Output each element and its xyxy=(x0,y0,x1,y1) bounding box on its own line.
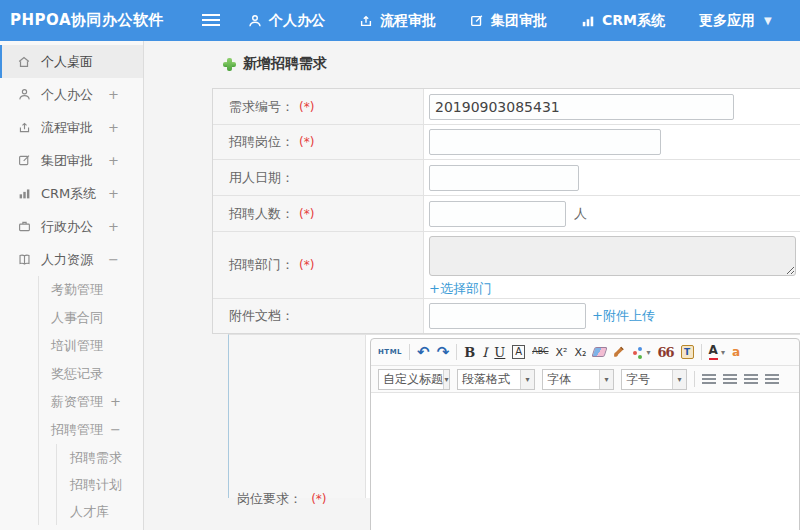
required-marker: (*) xyxy=(311,492,326,506)
field-label: 附件文档： xyxy=(213,299,424,333)
bar-chart-icon xyxy=(581,14,595,28)
sidebar-item-admin-office[interactable]: 行政办公 + xyxy=(0,210,143,243)
nav-group-approval[interactable]: 集团审批 xyxy=(470,12,547,30)
underline-button[interactable]: U xyxy=(494,346,505,359)
sidebar-item-salary[interactable]: 薪资管理 + xyxy=(39,388,143,416)
superscript-button[interactable]: X² xyxy=(556,347,568,358)
add-plus-icon xyxy=(223,58,236,71)
align-left-icon[interactable] xyxy=(702,374,716,385)
italic-button[interactable]: I xyxy=(482,346,487,359)
collapse-icon[interactable]: − xyxy=(108,243,119,276)
custom-heading-select[interactable]: 自定义标题▾ xyxy=(378,369,450,390)
hire-date-input[interactable] xyxy=(429,165,579,191)
hr-submenu: 考勤管理 人事合同 培训管理 奖惩记录 薪资管理 + 招聘管理 − 招聘需求 招… xyxy=(38,276,143,525)
main-content: 新增招聘需求 需求编号： (*) 招聘岗位： (*) xyxy=(145,41,800,530)
align-center-icon[interactable] xyxy=(723,374,737,385)
field-label: 招聘岗位： (*) xyxy=(213,125,424,159)
sidebar-item-personal-desktop[interactable]: 个人桌面 xyxy=(0,45,143,78)
toolbar-separator xyxy=(701,344,702,360)
nav-crm-system[interactable]: CRM系统 xyxy=(581,12,665,30)
demand-number-input[interactable] xyxy=(429,94,734,120)
field-label: 岗位要求： (*) xyxy=(229,335,366,498)
editor-content-area[interactable] xyxy=(371,393,799,530)
rich-text-editor: HTML ↶ ↷ B I U A ABC X² X₂ xyxy=(370,338,800,530)
paste-icon[interactable]: T xyxy=(681,345,694,359)
expand-icon[interactable]: + xyxy=(110,388,121,416)
align-justify-icon[interactable] xyxy=(765,374,779,385)
sidebar-item-reward-punishment[interactable]: 奖惩记录 xyxy=(39,360,143,388)
edit-icon xyxy=(16,154,32,167)
html-source-button[interactable]: HTML xyxy=(378,349,402,356)
caret-down-icon: ▼ xyxy=(764,15,772,26)
edit-icon xyxy=(470,14,484,28)
paragraph-format-select[interactable]: 段落格式▾ xyxy=(457,369,535,390)
user-icon xyxy=(16,88,32,101)
toolbar-separator xyxy=(694,371,695,387)
caret-down-icon: ▾ xyxy=(520,370,534,389)
sidebar-item-recruit-demand[interactable]: 招聘需求 xyxy=(57,444,143,471)
sidebar-item-recruit-plan[interactable]: 招聘计划 xyxy=(57,471,143,498)
editor-toolbar-row1: HTML ↶ ↷ B I U A ABC X² X₂ xyxy=(371,339,799,366)
expand-icon[interactable]: + xyxy=(108,111,119,144)
caret-down-icon: ▾ xyxy=(599,370,613,389)
sidebar-item-recruit-management[interactable]: 招聘管理 − xyxy=(39,416,143,444)
position-input[interactable] xyxy=(429,129,661,155)
bg-color-icon[interactable]: a xyxy=(732,346,740,358)
strikethrough-button[interactable]: ABC xyxy=(532,348,548,356)
nav-more-apps[interactable]: 更多应用 ▼ xyxy=(699,12,772,30)
blockquote-button[interactable]: 66 xyxy=(658,346,674,359)
nav-personal-office[interactable]: 个人办公 xyxy=(248,12,325,30)
align-right-icon[interactable] xyxy=(744,374,758,385)
sidebar-item-group-approval[interactable]: 集团审批 + xyxy=(0,144,143,177)
headcount-input[interactable] xyxy=(429,201,566,227)
caret-down-icon: ▾ xyxy=(646,348,650,357)
sidebar-item-workflow-approval[interactable]: 流程审批 + xyxy=(0,111,143,144)
subscript-button[interactable]: X₂ xyxy=(575,347,587,358)
bar-chart-icon xyxy=(16,187,32,200)
required-marker: (*) xyxy=(299,207,314,221)
font-size-select[interactable]: 字号▾ xyxy=(621,369,687,390)
nav-workflow-approval[interactable]: 流程审批 xyxy=(359,12,436,30)
page-title: 新增招聘需求 xyxy=(223,55,800,73)
sidebar-item-personnel-contract[interactable]: 人事合同 xyxy=(39,304,143,332)
sidebar-item-talent-pool[interactable]: 人才库 xyxy=(57,498,143,525)
color-palette-icon[interactable]: ▾ xyxy=(633,347,650,357)
editor-cell: HTML ↶ ↷ B I U A ABC X² X₂ xyxy=(366,335,800,498)
font-box-button[interactable]: A xyxy=(512,345,525,359)
bold-button[interactable]: B xyxy=(464,346,475,359)
unit-suffix: 人 xyxy=(574,205,587,223)
field-label: 招聘人数： (*) xyxy=(213,196,424,231)
format-brush-icon[interactable] xyxy=(613,343,626,362)
font-color-icon[interactable]: A ▾ xyxy=(709,344,725,359)
toolbar-separator xyxy=(409,344,410,360)
redo-icon[interactable]: ↷ xyxy=(437,345,450,360)
sidebar-item-training[interactable]: 培训管理 xyxy=(39,332,143,360)
collapse-icon[interactable]: − xyxy=(110,416,121,444)
required-marker: (*) xyxy=(299,135,314,149)
attachment-input[interactable] xyxy=(429,303,586,329)
undo-icon[interactable]: ↶ xyxy=(417,345,430,360)
recruit-demand-form: 需求编号： (*) 招聘岗位： (*) xyxy=(212,88,800,498)
form-row-demand-number: 需求编号： (*) xyxy=(213,89,800,125)
briefcase-icon xyxy=(16,220,32,233)
sidebar-item-crm-system[interactable]: CRM系统 + xyxy=(0,177,143,210)
caret-down-icon: ▾ xyxy=(721,348,725,357)
expand-icon[interactable]: + xyxy=(108,177,119,210)
editor-toolbar-row2: 自定义标题▾ 段落格式▾ 字体▾ 字号▾ xyxy=(371,366,799,393)
expand-icon[interactable]: + xyxy=(108,210,119,243)
caret-down-icon: ▾ xyxy=(443,370,449,389)
sidebar-item-human-resources[interactable]: 人力资源 − xyxy=(0,243,143,276)
hamburger-menu-icon[interactable] xyxy=(202,14,220,27)
expand-icon[interactable]: + xyxy=(108,78,119,111)
form-row-department: 招聘部门： (*) +选择部门 xyxy=(213,232,800,299)
department-textarea[interactable] xyxy=(429,236,796,276)
eraser-icon[interactable] xyxy=(592,347,608,357)
user-icon xyxy=(248,14,262,28)
attachment-upload-link[interactable]: +附件上传 xyxy=(592,307,655,325)
select-department-link[interactable]: +选择部门 xyxy=(429,280,492,298)
sidebar-item-personal-office[interactable]: 个人办公 + xyxy=(0,78,143,111)
font-family-select[interactable]: 字体▾ xyxy=(542,369,614,390)
expand-icon[interactable]: + xyxy=(108,144,119,177)
sidebar-item-attendance[interactable]: 考勤管理 xyxy=(39,276,143,304)
app-screen: PHPOA协同办公软件 个人办公 流程审批 集团审批 xyxy=(0,0,800,530)
